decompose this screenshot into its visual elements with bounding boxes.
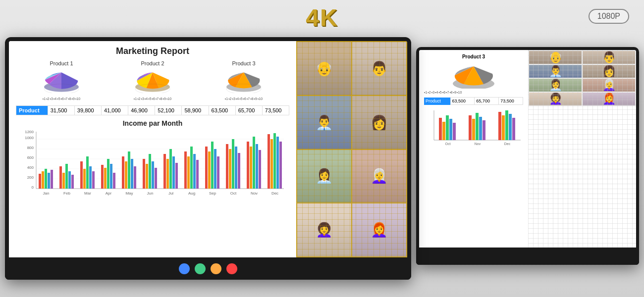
svg-rect-89 xyxy=(276,137,279,189)
svg-text:Nov: Nov xyxy=(475,142,481,146)
m2-cell-5: 👩‍💼 xyxy=(529,79,582,92)
scene: 4K 1080P Marketing Report Product 1 xyxy=(0,0,644,297)
svg-text:Nov: Nov xyxy=(251,191,258,196)
m2-person-3: 👨‍💼 xyxy=(529,65,582,78)
m2-person-5: 👩‍💼 xyxy=(529,79,582,92)
product-2-item: Product 2 •1•2•3•4•5 •6•7•8• xyxy=(118,60,187,100)
svg-rect-27 xyxy=(62,173,65,189)
svg-rect-22 xyxy=(45,169,47,189)
svg-rect-44 xyxy=(122,156,124,189)
svg-rect-68 xyxy=(205,147,208,189)
m2-person-2: 👨 xyxy=(583,51,635,64)
m2-video-wrapper: 👴 👨 👨‍💼 👩 👩‍💼 👩‍🦳 xyxy=(528,50,636,248)
svg-rect-46 xyxy=(128,151,130,189)
person-8: 👩‍🦰 xyxy=(352,203,406,256)
person-3: 👨‍💼 xyxy=(297,96,351,149)
svg-rect-32 xyxy=(80,161,83,189)
svg-rect-71 xyxy=(214,149,216,189)
person-1: 👴 xyxy=(297,42,351,95)
svg-text:1200: 1200 xyxy=(25,130,34,134)
svg-rect-57 xyxy=(166,159,169,189)
svg-text:600: 600 xyxy=(27,155,34,160)
table-val-8: 65,700 xyxy=(235,106,262,115)
svg-text:1000: 1000 xyxy=(25,136,34,140)
video-cell-3: 👨‍💼 xyxy=(297,96,351,149)
pie-row: Product 1 xyxy=(16,60,289,100)
svg-rect-108 xyxy=(502,115,505,140)
video-cell-5: 👩‍💼 xyxy=(297,150,351,203)
m2-person-7: 👩‍🦱 xyxy=(529,93,582,105)
svg-rect-76 xyxy=(232,139,234,189)
svg-rect-88 xyxy=(273,133,276,189)
svg-rect-69 xyxy=(208,151,211,189)
dot-orange[interactable] xyxy=(211,263,221,274)
svg-rect-86 xyxy=(268,134,270,189)
person-7: 👩‍🦱 xyxy=(297,203,351,256)
dot-red[interactable] xyxy=(226,263,237,274)
svg-rect-81 xyxy=(250,147,252,189)
video-cell-2: 👨 xyxy=(352,42,406,95)
table-label: Product xyxy=(16,106,48,115)
svg-rect-50 xyxy=(143,159,145,189)
product-1-legend: •1•2•3•4•5 •6•7•8•9•10 xyxy=(27,97,96,100)
svg-rect-58 xyxy=(169,149,172,189)
svg-text:Feb: Feb xyxy=(63,191,70,196)
svg-rect-48 xyxy=(134,166,136,189)
1080p-badge: 1080P xyxy=(589,9,629,24)
svg-rect-101 xyxy=(469,115,472,140)
svg-rect-107 xyxy=(498,112,501,140)
m2-cell-8: 👩‍🦰 xyxy=(583,93,635,105)
svg-rect-35 xyxy=(89,166,92,189)
svg-rect-41 xyxy=(110,164,112,189)
m2-pie xyxy=(449,61,498,89)
table-val-7: 63,500 xyxy=(209,106,235,115)
svg-text:Jun: Jun xyxy=(147,191,154,196)
svg-rect-104 xyxy=(479,117,482,140)
person-6: 👩‍🦳 xyxy=(352,150,406,203)
svg-rect-74 xyxy=(226,144,228,189)
svg-rect-39 xyxy=(104,168,107,189)
svg-text:Sep: Sep xyxy=(209,191,216,196)
m2-video-panel: 👴 👨 👨‍💼 👩 👩‍💼 👩‍🦳 xyxy=(528,50,636,106)
svg-rect-42 xyxy=(113,173,115,189)
svg-rect-52 xyxy=(149,154,151,189)
svg-rect-34 xyxy=(86,156,89,189)
table-val-1: 31,500 xyxy=(48,106,74,115)
svg-rect-84 xyxy=(259,150,261,189)
m2-cell-7: 👩‍🦱 xyxy=(529,93,582,105)
svg-rect-95 xyxy=(439,118,442,140)
monitor-1-bezel xyxy=(5,257,411,280)
svg-rect-38 xyxy=(101,165,104,189)
svg-rect-24 xyxy=(51,170,53,189)
product-2-pie xyxy=(130,68,175,93)
product-3-pie xyxy=(221,68,266,93)
svg-rect-36 xyxy=(92,171,95,189)
svg-rect-56 xyxy=(163,154,166,189)
monitor-2: Product 3 •1•2•3•4•5 •6•7•8•9•10 Prod xyxy=(416,47,639,265)
svg-rect-60 xyxy=(175,163,178,189)
svg-rect-110 xyxy=(509,114,512,140)
table-val-6: 58,900 xyxy=(182,106,209,115)
svg-rect-45 xyxy=(125,161,127,189)
svg-rect-63 xyxy=(187,156,190,189)
svg-rect-75 xyxy=(229,149,231,189)
dot-green[interactable] xyxy=(195,263,206,274)
video-cell-1: 👴 xyxy=(297,42,351,95)
dot-blue[interactable] xyxy=(179,263,190,274)
svg-rect-111 xyxy=(512,118,515,140)
m2-bar-chart: Oct Nov Dec xyxy=(424,108,523,148)
video-cell-7: 👩‍🦱 xyxy=(297,203,351,256)
svg-rect-98 xyxy=(449,119,452,140)
svg-text:Mar: Mar xyxy=(84,191,91,196)
svg-rect-20 xyxy=(39,174,41,189)
product-table: Product 31,500 39,800 41,000 46,900 52,1… xyxy=(16,105,289,115)
m2-cell-4: 👩 xyxy=(583,65,635,78)
product-1-pie xyxy=(39,68,84,93)
svg-rect-103 xyxy=(476,113,479,140)
monitor-2-screen: Product 3 •1•2•3•4•5 •6•7•8•9•10 Prod xyxy=(419,50,636,248)
svg-rect-21 xyxy=(42,171,44,189)
svg-rect-54 xyxy=(155,168,157,189)
svg-text:Dec: Dec xyxy=(271,191,278,196)
m2-cell-3: 👨‍💼 xyxy=(529,65,582,78)
svg-rect-59 xyxy=(172,156,175,189)
